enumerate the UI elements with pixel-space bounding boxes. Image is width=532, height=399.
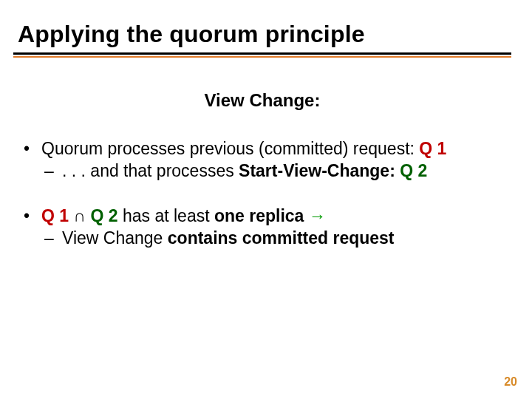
slide-subtitle: View Change: (13, 90, 511, 111)
bullet-2-sub: – View Change contains committed request (24, 227, 511, 249)
bullet-2-sub-text: View Change contains committed request (62, 227, 395, 249)
q1-label: Q 1 (41, 206, 69, 225)
slide: Applying the quorum principle View Chang… (0, 0, 532, 399)
bullet-1-sub: – . . . and that processes Start-View-Ch… (24, 160, 511, 182)
bullet-1-sub-text: . . . and that processes Start-View-Chan… (62, 160, 427, 182)
q2-label: Q 2 (400, 161, 427, 180)
text: has at least (118, 206, 214, 225)
bullet-marker: • (24, 137, 41, 160)
bullet-1: • Quorum processes previous (committed) … (24, 137, 511, 160)
page-number: 20 (504, 375, 517, 389)
bullet-1-text: Quorum processes previous (committed) re… (41, 137, 446, 160)
one-replica-label: one replica (214, 206, 309, 225)
horizontal-rule-black (13, 52, 511, 55)
slide-title: Applying the quorum principle (13, 21, 511, 48)
bullet-2: • Q 1 ∩ Q 2 has at least one replica → (24, 205, 511, 227)
intersection-symbol: ∩ (69, 206, 90, 225)
bullet-2-text: Q 1 ∩ Q 2 has at least one replica → (41, 205, 326, 227)
text: View Change (62, 228, 168, 248)
text: Quorum processes previous (committed) re… (41, 139, 419, 158)
start-view-change-label: Start-View-Change: (239, 161, 400, 180)
bullet-marker: • (24, 205, 41, 227)
spacer (24, 183, 511, 205)
arrow-right-icon: → (309, 206, 326, 225)
dash-marker: – (44, 160, 62, 182)
dash-marker: – (44, 227, 62, 249)
contains-committed-label: contains committed request (168, 228, 395, 248)
slide-body: • Quorum processes previous (committed) … (13, 137, 511, 249)
horizontal-rule-orange (13, 56, 511, 58)
q2-label: Q 2 (90, 206, 117, 225)
text: . . . and that processes (62, 161, 239, 180)
q1-label: Q 1 (419, 139, 446, 158)
